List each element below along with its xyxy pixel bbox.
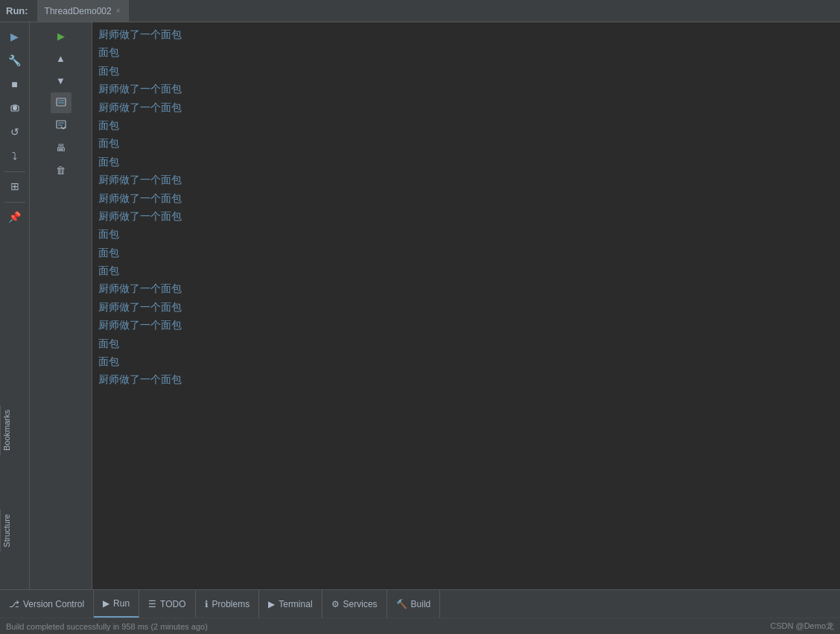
structure-panel-label[interactable]: Structure [0, 510, 13, 552]
run-label: Run: [6, 5, 28, 16]
sidebar-divider-2 [4, 202, 25, 203]
bottom-tab-run[interactable]: ▶Run [94, 590, 139, 618]
bottom-tab-label: Version Control [23, 599, 84, 609]
run-tool-panel: ▶ ▲ ▼ 🖶 🗑 [30, 22, 92, 589]
status-line: Build completed successfully in 958 ms (… [0, 618, 840, 634]
svg-point-0 [13, 106, 17, 110]
run-icon: ▶ [103, 598, 109, 609]
run-tab[interactable]: ThreadDemo002 × [37, 0, 129, 22]
wrench-icon[interactable]: 🔧 [1, 49, 28, 72]
console-line: 面包 [98, 261, 834, 279]
console-line: 面包 [98, 116, 834, 134]
bottom-tab-label: Problems [212, 599, 250, 609]
bookmarks-panel-label[interactable]: Bookmarks [0, 405, 13, 455]
brand-text: CSDN @Demo龙 [770, 621, 834, 632]
console-line: 面包 [98, 43, 834, 61]
bottom-tab-label: TODO [160, 599, 185, 609]
build-status-text: Build completed successfully in 958 ms (… [6, 622, 208, 631]
console-line: 厨师做了一个面包 [98, 80, 834, 98]
services-icon: ⚙ [331, 599, 340, 609]
build-icon: 🔨 [396, 599, 407, 609]
sidebar: ▶ 🔧 ■ ↺ ⤵ ⊞ 📌 [0, 22, 30, 589]
bottom-tab-terminal[interactable]: ▶Terminal [259, 590, 322, 618]
terminal-icon: ▶ [268, 599, 275, 609]
bottom-tab-label: Build [411, 599, 431, 609]
console-line: 厨师做了一个面包 [98, 98, 834, 116]
console-line: 面包 [98, 62, 834, 80]
scroll-up-icon[interactable]: ▲ [51, 48, 71, 69]
console-line: 面包 [98, 244, 834, 261]
camera-icon[interactable] [1, 97, 28, 119]
print-icon[interactable]: 🖶 [51, 137, 71, 158]
bottom-tab-todo[interactable]: ☰TODO [139, 590, 195, 618]
bottom-tab-problems[interactable]: ℹProblems [196, 590, 260, 618]
run-play-icon[interactable]: ▶ [51, 25, 71, 46]
bottom-tab-services[interactable]: ⚙Services [322, 590, 387, 618]
console-line: 厨师做了一个面包 [98, 316, 834, 334]
pin-icon[interactable]: 📌 [1, 206, 28, 228]
trash-icon[interactable]: 🗑 [51, 159, 71, 180]
bottom-tab-label: Terminal [279, 599, 312, 609]
bottom-tab-bar: ⎇Version Control▶Run☰TODOℹProblems▶Termi… [0, 589, 840, 618]
console-line: 厨师做了一个面包 [98, 370, 834, 388]
console-line: 厨师做了一个面包 [98, 207, 834, 225]
version-control-icon: ⎇ [9, 599, 19, 609]
run-icon[interactable]: ▶ [1, 25, 28, 48]
console-line: 面包 [98, 225, 834, 243]
scroll-down-icon[interactable]: ▼ [51, 70, 71, 91]
layout-icon[interactable]: ⊞ [1, 175, 28, 197]
console-line: 面包 [98, 335, 834, 352]
bottom-tab-build[interactable]: 🔨Build [387, 590, 441, 618]
stop-icon[interactable]: ■ [1, 73, 28, 95]
console-output: 厨师做了一个面包面包面包厨师做了一个面包厨师做了一个面包面包面包面包厨师做了一个… [92, 22, 840, 589]
sidebar-divider-1 [4, 171, 25, 172]
console-line: 厨师做了一个面包 [98, 189, 834, 207]
console-line: 面包 [98, 153, 834, 171]
rerun-icon[interactable]: ↺ [1, 121, 28, 143]
bottom-tab-label: Services [343, 599, 378, 609]
bottom-tab-version-control[interactable]: ⎇Version Control [0, 590, 94, 618]
console-line: 厨师做了一个面包 [98, 279, 834, 297]
login-icon[interactable]: ⤵ [1, 145, 28, 167]
top-bar: Run: ThreadDemo002 × [0, 0, 840, 22]
console-line: 面包 [98, 352, 834, 370]
console-line: 厨师做了一个面包 [98, 171, 834, 188]
problems-icon: ℹ [205, 599, 209, 609]
svg-rect-2 [57, 98, 66, 106]
console-line: 厨师做了一个面包 [98, 25, 834, 43]
dump-icon[interactable] [51, 115, 71, 136]
tab-name: ThreadDemo002 [45, 6, 112, 16]
rerun-console-icon[interactable] [51, 92, 71, 113]
console-line: 面包 [98, 134, 834, 152]
todo-icon: ☰ [148, 599, 156, 609]
console-line: 厨师做了一个面包 [98, 298, 834, 316]
bottom-tab-label: Run [113, 598, 130, 609]
tab-close-button[interactable]: × [116, 7, 121, 15]
